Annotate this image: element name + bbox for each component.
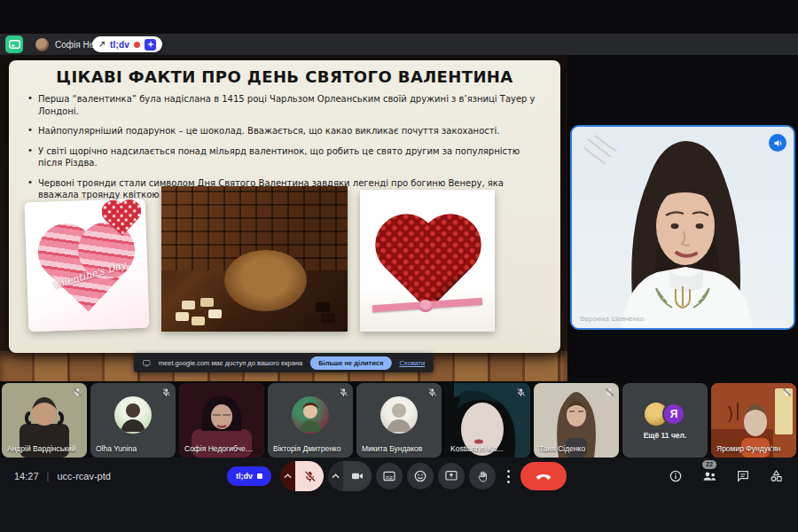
- presentation-slide: ЦІКАВІ ФАКТИ ПРО ДЕНЬ СВЯТОГО ВАЛЕНТИНА …: [9, 60, 560, 353]
- participant-name: Яромир Фундук'ян: [716, 444, 786, 453]
- overflow-participants-tile[interactable]: Я Ещё 11 чел.: [622, 383, 708, 458]
- dot: [507, 475, 510, 478]
- videocam-icon: [350, 469, 364, 483]
- more-options-button[interactable]: [500, 463, 516, 489]
- mic-mute-button[interactable]: [295, 461, 324, 491]
- participants-count-badge: 22: [702, 460, 716, 469]
- white-chocolate-chunks: [176, 312, 189, 321]
- cocoa-powder: [224, 250, 306, 311]
- participant-name: Таня Сіденко: [539, 444, 608, 453]
- meeting-details-button[interactable]: [669, 469, 683, 483]
- meeting-top-bar: Софія Недогиб... tl;dv: [0, 34, 798, 55]
- camera-toggle-button[interactable]: [343, 461, 372, 491]
- participant-tile[interactable]: Микита Бундаков: [356, 383, 442, 458]
- dot: [507, 481, 510, 483]
- slide-bullet: Перша “валентинка” була надіслана в 1415…: [27, 93, 543, 117]
- mic-options-chevron[interactable]: [280, 461, 295, 491]
- speaker-icon: [773, 138, 783, 148]
- participants-button[interactable]: 22: [701, 469, 717, 483]
- mic-off-icon: [516, 387, 526, 397]
- reactions-button[interactable]: [407, 463, 434, 489]
- tldv-sparkle-button[interactable]: [145, 39, 156, 51]
- participant-filmstrip: Андрій Вардінський Olha Yunina Софія Нед…: [2, 383, 796, 458]
- captions-button[interactable]: [376, 463, 403, 489]
- slide-bullet: Найпопулярніший подарунок – це шоколад. …: [27, 125, 543, 137]
- raised-hand-icon: [476, 470, 489, 483]
- mic-off-icon: [427, 387, 437, 397]
- clock-time: 14:27: [14, 471, 39, 481]
- slide-title: ЦІКАВІ ФАКТИ ПРО ДЕНЬ СВЯТОГО ВАЛЕНТИНА: [27, 67, 543, 86]
- participant-name: Андрій Вардінський: [7, 444, 76, 453]
- captions-icon: [382, 469, 396, 483]
- participant-tile[interactable]: Софія Недогибченко: [179, 383, 264, 458]
- activities-icon: [769, 469, 784, 483]
- chevron-up-icon: [332, 473, 340, 479]
- participant-name: Olha Yunina: [96, 444, 165, 453]
- overflow-avatars: Я: [645, 403, 685, 426]
- participant-name: Микита Бундаков: [362, 444, 431, 453]
- presenter-avatar: [35, 38, 49, 51]
- mic-off-icon: [73, 387, 82, 397]
- avatar-initial: Я: [662, 403, 685, 426]
- speaker-name-label: Вероніка Шевченко: [580, 315, 644, 323]
- chocolate-image: [161, 186, 348, 332]
- expand-icon: [98, 41, 106, 48]
- participant-tile[interactable]: Яромир Фундук'ян: [711, 383, 796, 458]
- chat-button[interactable]: [736, 469, 750, 483]
- present-screen-icon: [444, 469, 458, 483]
- participant-tile[interactable]: Таня Сіденко: [534, 383, 619, 458]
- participant-tile[interactable]: Olha Yunina: [90, 383, 176, 458]
- hide-toast-link[interactable]: Сховати: [399, 359, 425, 367]
- valentine-card-image: Valentine's Day: [24, 199, 149, 332]
- tldv-label: tl;dv: [236, 472, 253, 481]
- mic-off-icon: [782, 387, 792, 397]
- mic-off-icon: [303, 470, 317, 483]
- present-screen-button[interactable]: [438, 463, 465, 489]
- shared-screen-region: ЦІКАВІ ФАКТИ ПРО ДЕНЬ СВЯТОГО ВАЛЕНТИНА …: [0, 55, 567, 381]
- share-toast-message: meet.google.com має доступ до вашого екр…: [159, 359, 302, 367]
- participant-tile[interactable]: Kostiantyn Ko...: [445, 383, 530, 458]
- dot: [507, 470, 510, 473]
- mic-off-icon: [605, 387, 614, 397]
- tldv-extension-button[interactable]: [5, 35, 23, 53]
- camera-control: [328, 461, 372, 491]
- avatar: [114, 396, 152, 434]
- mic-off-icon: [339, 387, 348, 397]
- screen-record-icon: [9, 40, 20, 50]
- slide-bullet: У світі щорічно надсилається понад мілья…: [27, 145, 543, 169]
- screen-share-toast: meet.google.com має доступ до вашого екр…: [134, 353, 434, 372]
- tldv-recorder-widget[interactable]: tl;dv: [92, 36, 162, 52]
- people-icon: [701, 469, 717, 483]
- activities-button[interactable]: [769, 469, 784, 483]
- participant-tile[interactable]: Андрій Вардінський: [2, 383, 87, 458]
- ribbon-bow: [419, 300, 433, 312]
- person-photo: [114, 396, 152, 434]
- audio-output-indicator: [769, 134, 786, 152]
- person-photo: [292, 396, 329, 434]
- person-photo: [380, 396, 418, 434]
- participant-name: Вікторія Дмитренко: [273, 444, 342, 453]
- stop-sharing-button[interactable]: Більше не ділитися: [310, 356, 391, 370]
- raise-hand-button[interactable]: [469, 463, 496, 489]
- meeting-code: ucc-rcav-ptd: [57, 471, 111, 481]
- roses-box-image: [360, 190, 495, 332]
- participant-name: Kostiantyn Ko...: [450, 444, 520, 453]
- slide-bullet-list: Перша “валентинка” була надіслана в 1415…: [27, 93, 543, 201]
- leave-call-button[interactable]: [520, 462, 567, 490]
- recording-dot-icon: [134, 42, 140, 48]
- participant-name: Софія Недогибченко: [184, 444, 254, 453]
- microphone-control: [280, 461, 324, 491]
- camera-options-chevron[interactable]: [328, 461, 343, 491]
- mic-off-icon: [161, 387, 171, 397]
- info-icon: [669, 469, 683, 483]
- active-speaker-video[interactable]: Вероніка Шевченко: [570, 125, 795, 330]
- emoji-smile-icon: [413, 469, 427, 483]
- chevron-up-icon: [284, 473, 292, 479]
- tldv-stop-recording-button[interactable]: tl;dv: [227, 466, 271, 486]
- meeting-panels: 22: [669, 469, 784, 483]
- tldv-label: tl;dv: [110, 40, 129, 50]
- avatar: [380, 396, 418, 434]
- participant-tile[interactable]: Вікторія Дмитренко: [268, 383, 353, 458]
- call-control-bar: 14:27 | ucc-rcav-ptd tl;dv: [0, 458, 798, 532]
- rose-heart-shape: [385, 223, 473, 311]
